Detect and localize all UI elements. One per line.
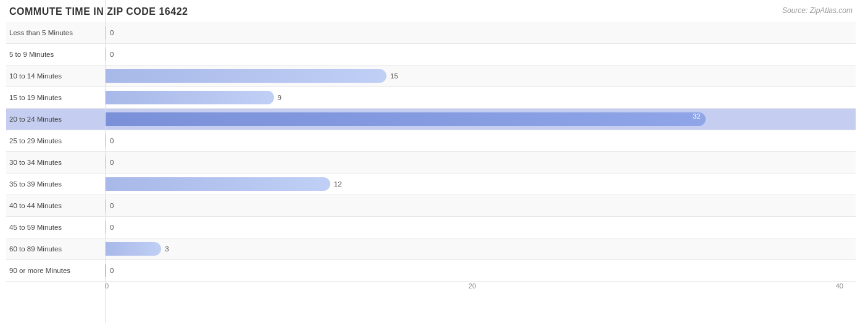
bar-fill <box>105 264 106 277</box>
bar-fill: 32 <box>105 112 706 126</box>
bar-label: 20 to 24 Minutes <box>6 115 105 123</box>
bar-track: 0 <box>105 199 856 212</box>
bar-value: 3 <box>165 245 169 253</box>
bar-value: 0 <box>110 267 114 274</box>
bar-value: 0 <box>110 137 114 145</box>
bar-label: 45 to 59 Minutes <box>6 224 105 231</box>
bar-label: 90 or more Minutes <box>6 267 105 274</box>
x-axis: 02040 <box>105 280 856 292</box>
bar-label: 15 to 19 Minutes <box>6 94 105 101</box>
bar-track: 0 <box>105 48 856 61</box>
chart-source: Source: ZipAtlas.com <box>782 6 853 15</box>
bar-value: 0 <box>110 224 114 231</box>
bar-fill <box>105 69 386 83</box>
bar-label: 40 to 44 Minutes <box>6 202 105 209</box>
bar-track: 0 <box>105 264 856 277</box>
bar-label: 60 to 89 Minutes <box>6 245 105 253</box>
bars-area: Less than 5 Minutes05 to 9 Minutes010 to… <box>6 22 856 277</box>
bar-label: 10 to 14 Minutes <box>6 72 105 80</box>
bar-label: 5 to 9 Minutes <box>6 51 105 58</box>
chart-header: COMMUTE TIME IN ZIP CODE 16422 Source: Z… <box>6 6 856 17</box>
bar-row: 15 to 19 Minutes9 <box>6 87 856 109</box>
bar-row: 10 to 14 Minutes15 <box>6 65 856 87</box>
bar-row: 30 to 34 Minutes0 <box>6 152 856 174</box>
bar-fill <box>105 48 106 61</box>
bar-value: 0 <box>110 51 114 58</box>
bar-value: 32 <box>693 112 701 120</box>
chart-title: COMMUTE TIME IN ZIP CODE 16422 <box>9 6 188 17</box>
bar-track: 0 <box>105 134 856 148</box>
bar-track: 15 <box>105 69 856 83</box>
x-axis-label: 40 <box>836 282 843 290</box>
bar-fill <box>105 134 106 148</box>
bar-row: 45 to 59 Minutes0 <box>6 217 856 238</box>
bar-row: 40 to 44 Minutes0 <box>6 195 856 217</box>
bar-label: Less than 5 Minutes <box>6 29 105 36</box>
bar-fill <box>105 242 161 256</box>
bar-track: 9 <box>105 91 856 104</box>
bar-label: 35 to 39 Minutes <box>6 180 105 188</box>
bar-fill <box>105 91 274 104</box>
x-axis-label: 0 <box>105 282 109 290</box>
bar-value: 0 <box>110 159 114 166</box>
bar-label: 25 to 29 Minutes <box>6 137 105 145</box>
bar-track: 0 <box>105 220 856 234</box>
bar-value: 9 <box>278 94 282 101</box>
bar-row: 60 to 89 Minutes3 <box>6 238 856 260</box>
bar-value: 0 <box>110 29 114 36</box>
bar-value: 0 <box>110 202 114 209</box>
x-axis-labels: 02040 <box>105 282 856 290</box>
bar-track: 0 <box>105 156 856 169</box>
bar-fill <box>105 177 330 191</box>
bar-row: 25 to 29 Minutes0 <box>6 130 856 152</box>
chart-container: COMMUTE TIME IN ZIP CODE 16422 Source: Z… <box>0 0 868 323</box>
bar-track: 12 <box>105 177 856 191</box>
bar-row: 90 or more Minutes0 <box>6 260 856 282</box>
bar-row: Less than 5 Minutes0 <box>6 22 856 44</box>
bar-row: 5 to 9 Minutes0 <box>6 44 856 65</box>
bar-track: 3 <box>105 242 856 256</box>
bar-track: 0 <box>105 26 856 40</box>
bar-fill <box>105 156 106 169</box>
bar-value: 12 <box>334 180 342 188</box>
bar-fill <box>105 26 106 40</box>
bar-track: 32 <box>105 112 856 126</box>
bar-label: 30 to 34 Minutes <box>6 159 105 166</box>
bar-row: 35 to 39 Minutes12 <box>6 174 856 195</box>
bar-row: 20 to 24 Minutes32 <box>6 109 856 130</box>
bar-value: 15 <box>390 72 398 80</box>
x-axis-label: 20 <box>469 282 476 290</box>
bar-fill <box>105 220 106 234</box>
bar-fill <box>105 199 106 212</box>
